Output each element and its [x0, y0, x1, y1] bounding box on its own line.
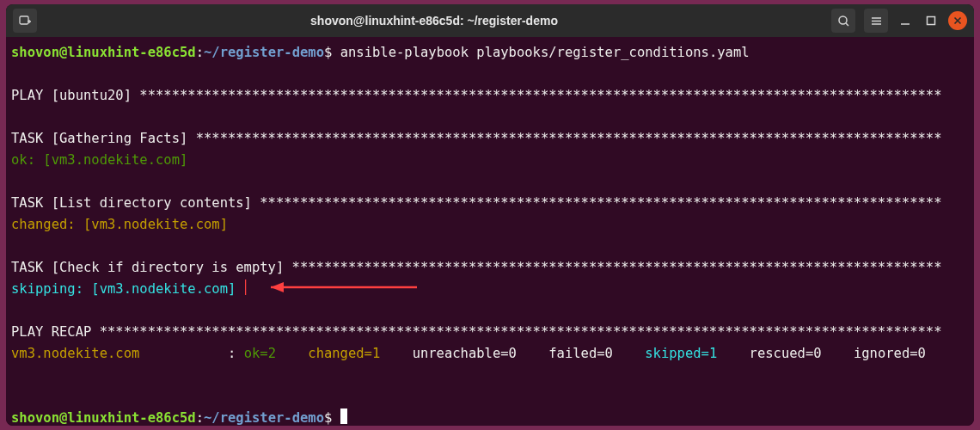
recap-skipped: skipped=1 [645, 346, 717, 361]
recap-spacer: : [139, 346, 243, 361]
prompt2-colon: : [196, 410, 204, 426]
prompt2-dollar: $ [324, 410, 332, 426]
play-header: PLAY [ubuntu20] ************************… [11, 88, 942, 103]
titlebar-left [13, 9, 37, 33]
recap-rescued: rescued=0 [750, 346, 822, 361]
recap-failed: failed=0 [548, 346, 613, 361]
close-icon [953, 16, 962, 25]
prompt2-user-host: shovon@linuxhint-e86c5d [11, 410, 196, 426]
recap-sep1 [276, 346, 308, 361]
task2-header: TASK [List directory contents] *********… [11, 195, 942, 211]
recap-ignored: ignored=0 [854, 346, 926, 361]
prompt-user-host: shovon@linuxhint-e86c5d [11, 45, 196, 60]
recap-ok: ok=2 [244, 346, 276, 361]
task1-host: [vm3.nodekite.com] [43, 152, 187, 168]
task2-host: [vm3.nodekite.com] [83, 217, 228, 232]
recap-sep3 [517, 346, 548, 361]
search-icon [837, 15, 850, 28]
menu-button[interactable] [864, 9, 888, 33]
maximize-icon [926, 15, 936, 26]
task1-header: TASK [Gathering Facts] *****************… [11, 131, 942, 146]
arrow-annotation [245, 276, 426, 298]
cursor [340, 408, 347, 424]
new-tab-icon [18, 14, 32, 28]
recap-changed: changed=1 [308, 346, 380, 361]
titlebar: shovon@linuxhint-e86c5d: ~/register-demo [6, 4, 974, 37]
command-text [332, 45, 340, 60]
recap-host: vm3.nodekite.com [11, 346, 139, 361]
prompt2-path: ~/register-demo [204, 410, 324, 426]
search-button[interactable] [831, 9, 855, 33]
task3-header: TASK [Check if directory is empty] *****… [11, 260, 942, 275]
new-tab-button[interactable] [13, 9, 37, 33]
recap-sep2 [380, 346, 412, 361]
hamburger-icon [870, 15, 883, 28]
terminal-body[interactable]: shovon@linuxhint-e86c5d:~/register-demo$… [6, 37, 974, 426]
recap-unreachable: unreachable=0 [413, 346, 517, 361]
svg-rect-0 [20, 16, 28, 24]
terminal-window: shovon@linuxhint-e86c5d: ~/register-demo [6, 4, 974, 426]
maximize-button[interactable] [922, 12, 940, 29]
svg-rect-9 [928, 17, 935, 25]
task2-changed: changed: [11, 217, 83, 232]
task1-ok: ok: [11, 152, 43, 168]
close-button[interactable] [948, 11, 967, 30]
prompt-colon: : [196, 45, 204, 60]
recap-sep4 [613, 346, 645, 361]
recap-sep5 [717, 346, 749, 361]
window-title: shovon@linuxhint-e86c5d: ~/register-demo [37, 14, 831, 28]
svg-line-4 [846, 23, 848, 26]
recap-sep6 [822, 346, 854, 361]
svg-point-3 [839, 16, 847, 24]
minimize-button[interactable] [897, 12, 914, 29]
command: ansible-playbook playbooks/register_cond… [340, 45, 750, 60]
task3-host: [vm3.nodekite.com] [91, 281, 236, 297]
recap-header: PLAY RECAP *****************************… [11, 324, 942, 340]
task3-skipping: skipping: [11, 281, 91, 297]
prompt-dollar: $ [324, 45, 332, 60]
minimize-icon [900, 15, 910, 26]
svg-marker-14 [271, 282, 284, 292]
prompt-path: ~/register-demo [204, 45, 324, 60]
titlebar-right [831, 9, 967, 33]
